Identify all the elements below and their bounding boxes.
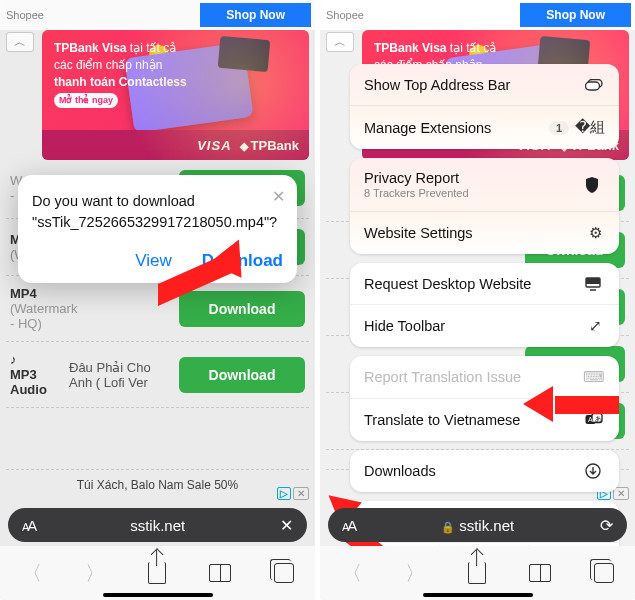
left-screenshot: Shopee Shop Now ︿ TPBank Visa tại tất cả… xyxy=(0,0,315,600)
menu-website-settings[interactable]: Website Settings ⚙︎ xyxy=(350,212,619,254)
back-button[interactable]: 〈 xyxy=(22,560,42,587)
ad-strip: Shopee Shop Now xyxy=(320,0,635,30)
menu-privacy-report[interactable]: Privacy Report8 Trackers Prevented xyxy=(350,158,619,212)
translate-icon: Aあ xyxy=(585,413,605,427)
menu-hide-toolbar[interactable]: Hide Toolbar ⤢ xyxy=(350,305,619,347)
view-button[interactable]: View xyxy=(135,251,172,271)
svg-rect-3 xyxy=(586,278,600,284)
menu-translate[interactable]: Translate to Vietnamese Aあ xyxy=(350,399,619,441)
download-confirm-button[interactable]: Download xyxy=(202,251,283,271)
menu-label: Translate to Vietnamese xyxy=(364,412,520,428)
menu-report-translation: Report Translation Issue ⌨︎ xyxy=(350,356,619,399)
collapse-ad-button[interactable]: ︿ xyxy=(326,32,354,52)
address-bar[interactable]: AA 🔒sstik.net ⟳ xyxy=(328,508,627,542)
download-dialog: Do you want to download "ssTik_725266532… xyxy=(18,175,297,283)
safari-toolbar: 〈 〉 xyxy=(320,546,635,600)
right-screenshot: Shopee Shop Now ︿ TPBank Visa tại tất cả… xyxy=(320,0,635,600)
ad-site-label: Shopee xyxy=(326,9,364,21)
menu-sublabel: 8 Trackers Prevented xyxy=(364,187,469,199)
url-text: sstik.net xyxy=(130,517,185,534)
text-size-button[interactable]: AA xyxy=(342,517,355,534)
desktop-icon xyxy=(585,277,605,291)
forward-button[interactable]: 〉 xyxy=(405,560,425,587)
lock-icon: 🔒 xyxy=(441,521,455,533)
download-icon xyxy=(585,463,605,479)
expand-icon: ⤢ xyxy=(585,317,605,335)
share-button[interactable] xyxy=(468,562,486,584)
home-indicator xyxy=(423,593,533,597)
menu-label: Website Settings xyxy=(364,225,473,241)
page-settings-menu: Show Top Address Bar Manage Extensions 1… xyxy=(350,64,619,476)
svg-text:あ: あ xyxy=(595,415,602,423)
dialog-close-button[interactable]: ✕ xyxy=(272,187,285,206)
menu-label: Privacy Report xyxy=(364,170,459,186)
menu-manage-extensions[interactable]: Manage Extensions 1�組 xyxy=(350,106,619,149)
back-button[interactable]: 〈 xyxy=(342,560,362,587)
gear-icon: ⚙︎ xyxy=(585,224,605,242)
menu-label: Show Top Address Bar xyxy=(364,77,510,93)
menu-downloads[interactable]: Downloads xyxy=(350,450,619,492)
safari-toolbar: 〈 〉 xyxy=(0,546,315,600)
menu-label: Manage Extensions xyxy=(364,120,491,136)
tabs-button[interactable] xyxy=(274,563,294,583)
menu-request-desktop[interactable]: Request Desktop Website xyxy=(350,263,619,305)
bookmarks-button[interactable] xyxy=(209,564,231,582)
forward-button[interactable]: 〉 xyxy=(85,560,105,587)
dialog-text: Do you want to download xyxy=(32,193,195,209)
menu-label: Report Translation Issue xyxy=(364,369,521,385)
svg-text:A: A xyxy=(588,416,593,423)
home-indicator xyxy=(103,593,213,597)
menu-show-top-address-bar[interactable]: Show Top Address Bar xyxy=(350,64,619,106)
tabs-button[interactable] xyxy=(594,563,614,583)
share-button[interactable] xyxy=(148,562,166,584)
puzzle-icon: �組 xyxy=(575,118,605,135)
switch-icon xyxy=(585,79,605,91)
stop-reload-button[interactable]: ✕ xyxy=(280,516,293,535)
menu-label: Hide Toolbar xyxy=(364,318,445,334)
extensions-count-badge: 1 xyxy=(549,121,569,135)
dialog-filename: "ssTik_7252665329917218050.mp4"? xyxy=(32,214,277,230)
text-size-button[interactable]: AA xyxy=(22,517,35,534)
bubble-icon: ⌨︎ xyxy=(583,368,605,386)
menu-label: Request Desktop Website xyxy=(364,276,531,292)
shop-now-button[interactable]: Shop Now xyxy=(520,3,631,27)
address-bar[interactable]: AA sstik.net ✕ xyxy=(8,508,307,542)
url-text: sstik.net xyxy=(459,517,514,534)
menu-label: Downloads xyxy=(364,463,436,479)
reload-button[interactable]: ⟳ xyxy=(600,516,613,535)
bookmarks-button[interactable] xyxy=(529,564,551,582)
svg-rect-1 xyxy=(586,82,600,90)
shield-icon xyxy=(585,177,605,193)
